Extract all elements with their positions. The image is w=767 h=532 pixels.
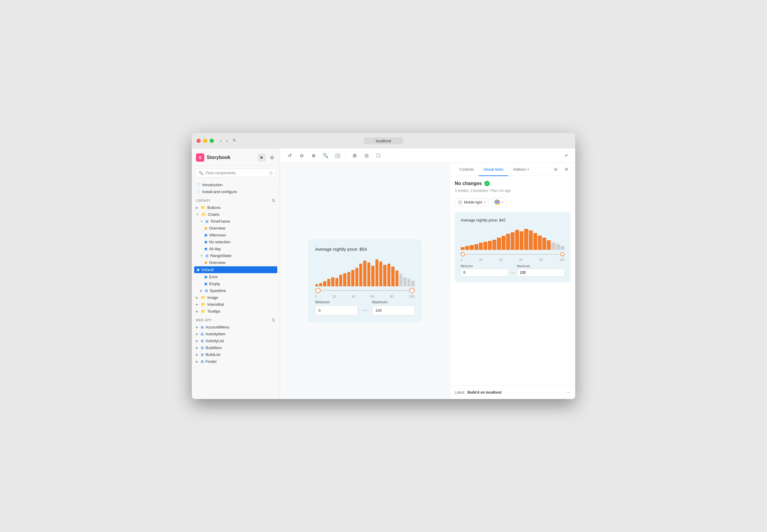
mini-minimum-input[interactable] — [461, 269, 508, 276]
sidebar-item-image[interactable]: 📁 Image — [192, 294, 280, 301]
sidebar-item-tooltips[interactable]: 📁 Tooltips — [192, 308, 280, 315]
mini-chart-bar — [533, 233, 537, 250]
story-icon: ▣ — [204, 247, 207, 251]
close-traffic-light[interactable] — [197, 139, 201, 143]
slider-axis: 0 20 40 60 80 100 — [315, 295, 415, 298]
main-panel: ↺ ⊖ ⊕ 🔍 ⬜ ⊞ ⊟ ☐ ↗ Average nightly price:… — [280, 149, 575, 399]
sidebar-item-charts[interactable]: 📁 Charts — [192, 211, 280, 218]
play-button[interactable] — [258, 153, 266, 162]
range-slider[interactable] — [315, 288, 415, 293]
sidebar-item-rs-overview[interactable]: ▣ Overview — [192, 259, 280, 266]
viewport-button[interactable]: ☐ — [374, 151, 383, 160]
footer-more-button[interactable]: ··· — [566, 389, 570, 395]
mini-chart-bar — [515, 230, 519, 250]
sidebar-item-buildlist[interactable]: ⊞ BuildList — [192, 351, 280, 358]
caret-icon — [196, 353, 198, 356]
addons-chevron-icon: ▾ — [527, 168, 529, 171]
minimum-input[interactable] — [315, 305, 358, 315]
mini-dash: — — [511, 270, 515, 275]
component-icon: ⊞ — [201, 339, 204, 343]
slider-handle-right[interactable] — [409, 288, 415, 293]
mini-chart-bar — [556, 244, 560, 250]
mini-axis: 0 20 40 60 80 100 — [461, 258, 564, 262]
search-input[interactable] — [206, 171, 267, 175]
chart-bar — [339, 275, 342, 286]
component-icon: ⊞ — [206, 219, 209, 224]
settings-icon[interactable]: ⚙ — [268, 154, 276, 161]
sidebar-item-interstitial[interactable]: 📁 Interstitial — [192, 301, 280, 308]
mini-slider-handle-left[interactable] — [461, 252, 465, 256]
mode-button[interactable]: Mobile light ▾ — [455, 198, 489, 207]
story-card: Average nightly price: $54 — [308, 239, 422, 322]
story-icon: ▣ — [204, 275, 207, 279]
status-dot: ✓ — [484, 181, 490, 186]
story-icon: ▣ — [204, 282, 207, 286]
chrome-icon — [494, 200, 500, 205]
reload-button[interactable]: ↻ — [233, 138, 236, 143]
sidebar-item-tf-afternoon[interactable]: ▣ Afternoon — [192, 232, 280, 239]
open-external-button[interactable]: ↗ — [561, 151, 570, 160]
tab-controls[interactable]: Controls — [455, 163, 479, 176]
tab-addons[interactable]: Addons ▾ — [508, 163, 534, 176]
sort-icon[interactable]: ⇅ — [272, 318, 276, 322]
measure-button[interactable]: ⊟ — [362, 151, 371, 160]
maximum-input[interactable] — [372, 305, 415, 315]
sidebar-item-rs-empty[interactable]: ▣ Empty — [192, 280, 280, 287]
back-button[interactable]: ‹ — [220, 138, 222, 143]
tab-visual-tests[interactable]: Visual tests — [479, 163, 508, 176]
folder-icon: 📁 — [201, 309, 206, 314]
chart-bar — [379, 262, 382, 286]
search-button[interactable]: 🔍 — [321, 151, 330, 160]
chart-bar — [367, 262, 370, 286]
status-subtitle: 3 modes, 3 browsers • Ran 1m ago — [455, 189, 570, 193]
minimize-traffic-light[interactable] — [203, 139, 207, 143]
zoom-out-button[interactable]: ⊖ — [297, 151, 306, 160]
sort-icon[interactable]: ⇅ — [272, 198, 276, 203]
caret-icon — [200, 254, 203, 257]
panel-close-button[interactable]: ✕ — [562, 165, 570, 174]
grid-button[interactable]: ⊞ — [350, 151, 359, 160]
mini-slider-handle-right[interactable] — [560, 252, 564, 256]
header-actions: ⚙ — [258, 153, 276, 162]
chart-bar — [375, 259, 378, 286]
chart-bar — [323, 281, 326, 286]
frame-button[interactable]: ⬜ — [333, 151, 342, 160]
folder-icon: 📁 — [201, 302, 206, 307]
sidebar-item-install-configure[interactable]: 📄 Install and configure — [192, 188, 280, 195]
mini-maximum-input[interactable] — [517, 269, 565, 276]
fullscreen-traffic-light[interactable] — [210, 139, 214, 143]
slider-handle-left[interactable] — [315, 288, 321, 293]
sidebar-item-rangeslider[interactable]: ⊞ RangeSlider — [192, 252, 280, 259]
url-bar[interactable]: localhost — [364, 137, 403, 144]
mini-chart-bar — [465, 246, 469, 250]
forward-button[interactable]: › — [226, 138, 228, 143]
story-icon: ▣ — [204, 233, 207, 237]
browser-button[interactable]: ▾ — [491, 198, 506, 207]
sidebar-item-tf-noselection[interactable]: ▣ No selection — [192, 239, 280, 245]
mini-chart-bar — [470, 245, 473, 250]
sidebar-item-buttons[interactable]: 📁 Buttons — [192, 204, 280, 211]
sidebar-item-accountmenu[interactable]: ⊞ AccountMenu — [192, 324, 280, 331]
sidebar: S Storybook ⚙ 🔍 / — [192, 149, 280, 399]
sidebar-item-introduction[interactable]: 📄 Introduction — [192, 181, 280, 188]
sidebar-item-sparkline[interactable]: ⊞ Sparkline — [192, 287, 280, 294]
sidebar-item-activitylist[interactable]: ⊞ ActivityList — [192, 337, 280, 344]
panel-grid-icon[interactable]: ⊟ — [551, 165, 560, 174]
sidebar-item-rs-default[interactable]: ▣ Default — [194, 266, 277, 273]
mini-chart-bar — [461, 247, 464, 250]
reload-button[interactable]: ↺ — [285, 151, 294, 160]
caret-icon — [196, 339, 198, 343]
sidebar-item-footer[interactable]: ⊞ Footer — [192, 358, 280, 365]
chart-bar — [383, 265, 386, 286]
zoom-in-button[interactable]: ⊕ — [309, 151, 318, 160]
section-library: LIBRARY ⇅ — [192, 195, 280, 204]
mini-chart-bar — [560, 246, 564, 250]
sidebar-item-rs-error[interactable]: ▣ Error — [192, 273, 280, 280]
sidebar-item-builditem[interactable]: ⊞ BuildItem — [192, 344, 280, 351]
mini-slider[interactable] — [461, 252, 564, 256]
story-title: Average nightly price: $54 — [315, 247, 415, 252]
sidebar-item-activityitem[interactable]: ⊞ ActivityItem — [192, 331, 280, 337]
sidebar-item-tf-overview[interactable]: ▣ Overview — [192, 225, 280, 232]
sidebar-item-tf-allday[interactable]: ▣ All day — [192, 245, 280, 252]
sidebar-item-timeframe[interactable]: ⊞ TimeFrame — [192, 218, 280, 225]
